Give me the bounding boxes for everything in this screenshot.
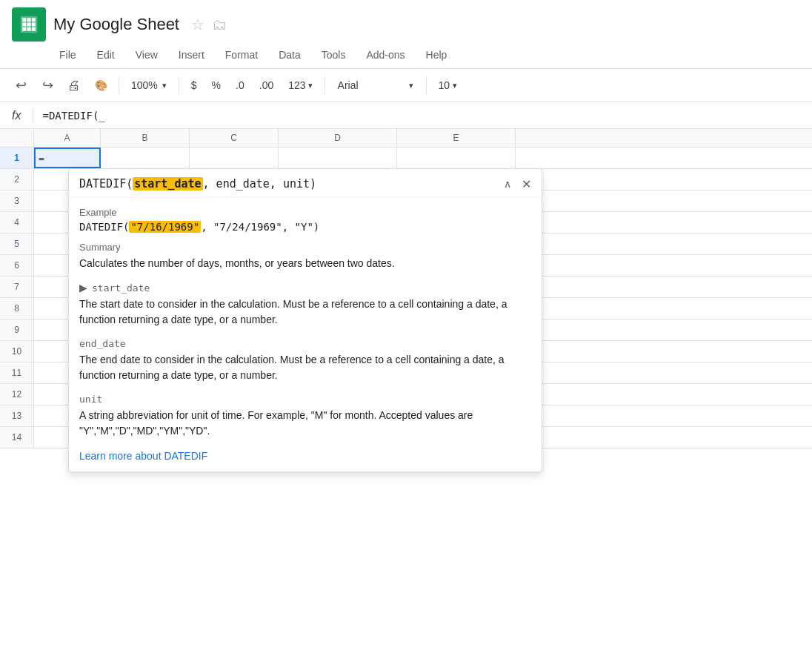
percent-button[interactable]: %	[206, 76, 227, 94]
column-headers: A B C D E	[0, 129, 812, 148]
toolbar-divider-1	[119, 76, 119, 94]
number-format-label: 123	[288, 79, 305, 91]
row-num-7[interactable]: 7	[0, 276, 34, 297]
corner-header	[0, 129, 34, 147]
undo-button[interactable]: ↩	[9, 73, 33, 97]
cell-c1[interactable]	[190, 148, 279, 168]
percent-symbol: %	[212, 79, 221, 91]
svg-rect-5	[27, 23, 31, 27]
title-bar: My Google Sheet ☆ 🗂	[0, 0, 812, 44]
popup-param-highlighted: start_date	[133, 177, 202, 191]
menu-insert[interactable]: Insert	[170, 46, 213, 64]
main-content: A B C D E 1 = 2 3	[0, 129, 812, 659]
col-header-a[interactable]: A	[34, 129, 101, 147]
formula-input[interactable]: =DATEDIF(_	[39, 108, 806, 123]
toolbar-divider-2	[179, 76, 179, 94]
summary-text: Calculates the number of days, months, o…	[79, 256, 531, 271]
document-title: My Google Sheet	[53, 15, 179, 34]
row-num-13[interactable]: 13	[0, 405, 34, 426]
row-num-14[interactable]: 14	[0, 427, 34, 448]
row-num-9[interactable]: 9	[0, 319, 34, 340]
formula-bar: fx =DATEDIF(_	[0, 102, 812, 129]
grid-body: 1 = 2 3 4	[0, 148, 812, 448]
param-start-date-section: ▶ start_date The start date to consider …	[79, 282, 531, 328]
param1-desc: The start date to consider in the calcul…	[79, 297, 531, 328]
param3-desc: A string abbreviation for unit of time. …	[79, 408, 531, 439]
learn-more-link[interactable]: Learn more about DATEDIF	[79, 450, 207, 462]
menu-data[interactable]: Data	[270, 46, 310, 64]
row-num-12[interactable]: 12	[0, 384, 34, 405]
param1-name: start_date	[92, 282, 150, 294]
menu-format[interactable]: Format	[216, 46, 267, 64]
folder-icon[interactable]: 🗂	[212, 16, 227, 33]
cell-a1[interactable]: =	[34, 148, 101, 168]
menu-bar: File Edit View Insert Format Data Tools …	[0, 44, 812, 68]
font-selector[interactable]: Arial ▾	[331, 76, 420, 95]
popup-close-button[interactable]: ✕	[522, 177, 531, 191]
popup-nav-up-button[interactable]: ∧	[501, 176, 514, 191]
cell-b1[interactable]	[101, 148, 190, 168]
number-format-button[interactable]: 123 ▾	[282, 76, 318, 94]
param-unit-header: unit	[79, 394, 531, 405]
decimal-left-button[interactable]: .0	[230, 76, 250, 94]
font-dropdown-icon: ▾	[409, 81, 413, 90]
example-suffix: , "7/24/1969", "Y")	[201, 221, 319, 233]
row-num-6[interactable]: 6	[0, 255, 34, 276]
row-num-1[interactable]: 1	[0, 148, 34, 168]
param2-desc: The end date to consider in the calculat…	[79, 352, 531, 383]
popup-body: Example DATEDIF("7/16/1969", "7/24/1969"…	[69, 198, 542, 471]
zoom-control[interactable]: 100% ▾	[125, 76, 173, 94]
menu-help[interactable]: Help	[417, 46, 456, 64]
font-size-selector[interactable]: 10 ▾	[433, 76, 464, 94]
zoom-value: 100%	[131, 79, 158, 91]
row-num-3[interactable]: 3	[0, 191, 34, 211]
svg-rect-1	[22, 18, 26, 21]
example-prefix: DATEDIF(	[79, 221, 129, 233]
row-num-4[interactable]: 4	[0, 212, 34, 233]
menu-tools[interactable]: Tools	[313, 46, 355, 64]
popup-example: DATEDIF("7/16/1969", "7/24/1969", "Y")	[79, 221, 531, 233]
title-icons: ☆ 🗂	[191, 16, 227, 33]
row-num-11[interactable]: 11	[0, 362, 34, 383]
menu-file[interactable]: File	[50, 46, 85, 64]
example-date-highlighted: "7/16/1969"	[129, 221, 201, 233]
col-header-e[interactable]: E	[397, 129, 516, 147]
svg-rect-3	[32, 18, 36, 21]
param1-arrow-icon: ▶	[79, 282, 87, 294]
decimal-right-button[interactable]: .00	[253, 76, 279, 94]
menu-addons[interactable]: Add-ons	[357, 46, 413, 64]
row-num-8[interactable]: 8	[0, 298, 34, 319]
redo-button[interactable]: ↪	[36, 73, 59, 97]
cell-e1[interactable]	[397, 148, 516, 168]
currency-symbol: $	[191, 79, 197, 91]
table-row: 1 =	[0, 148, 812, 169]
row-num-5[interactable]: 5	[0, 234, 34, 254]
param-unit-section: unit A string abbreviation for unit of t…	[79, 394, 531, 439]
summary-label: Summary	[79, 242, 531, 253]
toolbar-divider-3	[325, 76, 325, 94]
font-size-dropdown-icon: ▾	[453, 81, 457, 90]
menu-edit[interactable]: Edit	[88, 46, 124, 64]
svg-rect-6	[32, 23, 36, 27]
param3-name: unit	[79, 394, 102, 405]
decimal-left-label: .0	[236, 79, 244, 91]
col-header-b[interactable]: B	[101, 129, 190, 147]
param-end-date-header: end_date	[79, 338, 531, 349]
number-format-dropdown-icon: ▾	[308, 81, 313, 90]
param-start-date-header: ▶ start_date	[79, 282, 531, 294]
cell-d1[interactable]	[279, 148, 397, 168]
menu-view[interactable]: View	[127, 46, 167, 64]
currency-button[interactable]: $	[185, 76, 203, 94]
star-icon[interactable]: ☆	[191, 16, 204, 33]
col-header-d[interactable]: D	[279, 129, 397, 147]
svg-rect-7	[22, 27, 26, 31]
row-num-10[interactable]: 10	[0, 341, 34, 362]
param-end-date-section: end_date The end date to consider in the…	[79, 338, 531, 383]
print-button[interactable]: 🖨	[62, 73, 86, 97]
app-icon	[12, 7, 46, 42]
popup-header: DATEDIF(start_date, end_date, unit) ∧ ✕	[69, 169, 542, 198]
row-num-2[interactable]: 2	[0, 169, 34, 190]
fx-label: fx	[6, 109, 27, 122]
paint-format-button[interactable]: 🎨	[89, 73, 113, 97]
col-header-c[interactable]: C	[190, 129, 279, 147]
